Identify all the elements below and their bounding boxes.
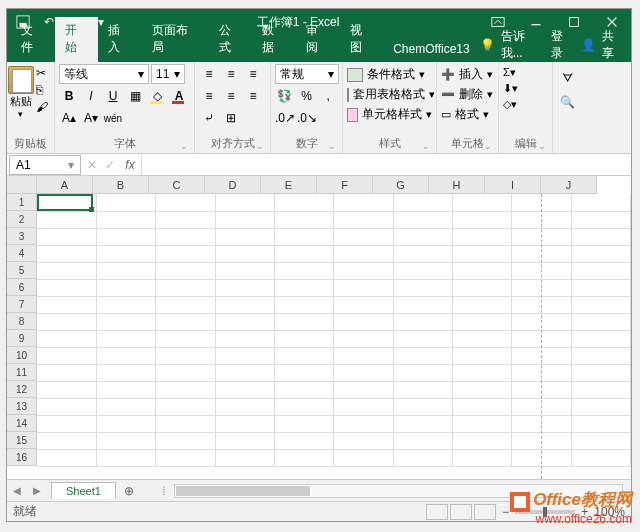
cell[interactable] <box>156 415 215 432</box>
cell[interactable] <box>215 398 274 415</box>
cell[interactable] <box>393 432 452 449</box>
cell[interactable] <box>37 449 96 466</box>
cell[interactable] <box>96 415 155 432</box>
cell[interactable] <box>334 432 393 449</box>
font-name-select[interactable]: 等线▾ <box>59 64 149 84</box>
cell[interactable] <box>156 364 215 381</box>
italic-button[interactable]: I <box>81 86 101 106</box>
cell[interactable] <box>274 211 333 228</box>
find-select-button[interactable]: 🔍 <box>557 92 577 112</box>
cell[interactable] <box>96 262 155 279</box>
row-header[interactable]: 9 <box>7 330 37 347</box>
cell[interactable] <box>96 296 155 313</box>
cell[interactable] <box>393 262 452 279</box>
col-header[interactable]: J <box>541 176 597 194</box>
cell[interactable] <box>215 228 274 245</box>
cell[interactable] <box>452 296 511 313</box>
cell[interactable] <box>393 279 452 296</box>
merge-button[interactable]: ⊞ <box>221 108 241 128</box>
row-header[interactable]: 7 <box>7 296 37 313</box>
cell[interactable] <box>274 194 333 211</box>
cells-area[interactable] <box>37 194 631 479</box>
cell[interactable] <box>274 381 333 398</box>
cell[interactable] <box>274 432 333 449</box>
cell[interactable] <box>393 228 452 245</box>
cell[interactable] <box>334 228 393 245</box>
cell[interactable] <box>571 228 630 245</box>
col-header[interactable]: H <box>429 176 485 194</box>
cell[interactable] <box>37 245 96 262</box>
row-header[interactable]: 2 <box>7 211 37 228</box>
cell[interactable] <box>96 364 155 381</box>
cell[interactable] <box>156 262 215 279</box>
cell[interactable] <box>156 279 215 296</box>
zoom-level[interactable]: 100% <box>594 505 625 519</box>
cell[interactable] <box>274 364 333 381</box>
cell[interactable] <box>96 313 155 330</box>
cell[interactable] <box>334 211 393 228</box>
cell[interactable] <box>96 245 155 262</box>
cell[interactable] <box>274 347 333 364</box>
paste-icon[interactable] <box>8 66 34 94</box>
cell[interactable] <box>37 313 96 330</box>
cell[interactable] <box>37 228 96 245</box>
cell[interactable] <box>393 211 452 228</box>
new-sheet-button[interactable]: ⊕ <box>116 484 142 498</box>
cell[interactable] <box>571 211 630 228</box>
cell-styles-button[interactable]: 单元格样式▾ <box>347 106 432 123</box>
tab-view[interactable]: 视图 <box>340 17 384 62</box>
col-header[interactable]: I <box>485 176 541 194</box>
percent-button[interactable]: % <box>297 86 317 106</box>
cell[interactable] <box>571 364 630 381</box>
cell[interactable] <box>571 398 630 415</box>
cell[interactable] <box>215 296 274 313</box>
row-header[interactable]: 8 <box>7 313 37 330</box>
cell[interactable] <box>393 347 452 364</box>
cell[interactable] <box>96 194 155 211</box>
cell[interactable] <box>156 228 215 245</box>
cell[interactable] <box>274 296 333 313</box>
cell[interactable] <box>274 262 333 279</box>
cell[interactable] <box>215 381 274 398</box>
conditional-format-button[interactable]: 条件格式▾ <box>347 66 432 83</box>
cell[interactable] <box>37 432 96 449</box>
tab-review[interactable]: 审阅 <box>296 17 340 62</box>
cell[interactable] <box>37 347 96 364</box>
cell[interactable] <box>334 398 393 415</box>
cell[interactable] <box>334 262 393 279</box>
col-header[interactable]: F <box>317 176 373 194</box>
cell[interactable] <box>274 330 333 347</box>
cell[interactable] <box>96 228 155 245</box>
cell[interactable] <box>571 415 630 432</box>
row-header[interactable]: 11 <box>7 364 37 381</box>
clear-button[interactable]: ◇▾ <box>503 98 548 111</box>
comma-button[interactable]: , <box>318 86 338 106</box>
sheet-nav-next-icon[interactable]: ▶ <box>27 485 47 496</box>
cell[interactable] <box>37 381 96 398</box>
cell[interactable] <box>96 279 155 296</box>
cell[interactable] <box>571 347 630 364</box>
cell[interactable] <box>334 381 393 398</box>
format-painter-icon[interactable]: 🖌 <box>36 100 52 114</box>
enter-fx-icon[interactable]: ✓ <box>101 158 119 172</box>
delete-cells-button[interactable]: ➖删除▾ <box>441 86 494 103</box>
redo-icon[interactable]: ↷ <box>67 14 83 30</box>
cell[interactable] <box>156 398 215 415</box>
row-header[interactable]: 15 <box>7 432 37 449</box>
qat-more-icon[interactable]: ▾ <box>93 14 109 30</box>
font-color-button[interactable]: A <box>169 86 189 106</box>
cell[interactable] <box>393 449 452 466</box>
cell[interactable] <box>37 262 96 279</box>
row-header[interactable]: 5 <box>7 262 37 279</box>
cell[interactable] <box>156 211 215 228</box>
cell[interactable] <box>215 279 274 296</box>
row-header[interactable]: 3 <box>7 228 37 245</box>
sheet-tab[interactable]: Sheet1 <box>51 482 116 499</box>
cell[interactable] <box>393 313 452 330</box>
align-left-icon[interactable]: ≡ <box>199 86 219 106</box>
cell[interactable] <box>571 432 630 449</box>
cell[interactable] <box>215 211 274 228</box>
cell[interactable] <box>334 364 393 381</box>
name-box[interactable]: A1▾ <box>9 155 81 175</box>
cell[interactable] <box>334 245 393 262</box>
